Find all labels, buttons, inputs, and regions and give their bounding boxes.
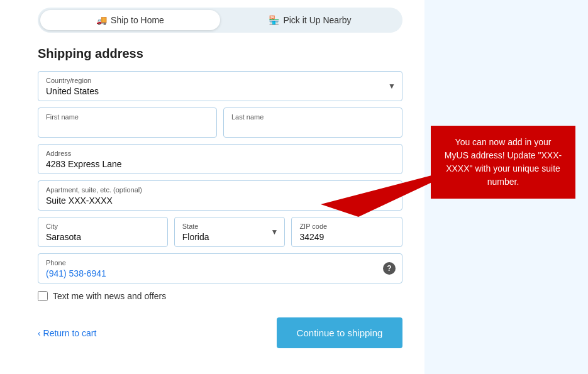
- newsletter-checkbox[interactable]: [38, 291, 48, 301]
- last-name-input[interactable]: [231, 123, 394, 133]
- first-name-label: First name: [46, 113, 209, 121]
- zip-label: ZIP code: [299, 223, 394, 230]
- tab-ship-home[interactable]: 🚚 Ship to Home: [40, 10, 220, 30]
- apt-suite-field: Apartment, suite, etc. (optional): [38, 180, 402, 211]
- address-input[interactable]: [46, 159, 394, 169]
- city-input[interactable]: [46, 232, 160, 242]
- apt-suite-input[interactable]: [46, 195, 394, 206]
- country-label: Country/region: [46, 77, 394, 84]
- truck-icon: 🚚: [96, 15, 107, 25]
- state-field: State Florida California New York Texas …: [174, 217, 286, 247]
- phone-field: Phone ?: [38, 253, 402, 283]
- zip-input[interactable]: [299, 232, 394, 242]
- city-field: City: [38, 217, 168, 247]
- tab-pick-up-label: Pick it Up Nearby: [283, 15, 351, 25]
- last-name-label: Last name: [231, 113, 394, 121]
- newsletter-label[interactable]: Text me with news and offers: [53, 291, 166, 301]
- country-select[interactable]: United States Canada United Kingdom: [46, 86, 394, 96]
- delivery-tabs: 🚚 Ship to Home 🏪 Pick it Up Nearby: [38, 8, 402, 33]
- tooltip-text: You can now add in your MyUS address! Up…: [445, 137, 562, 187]
- address-label: Address: [46, 150, 394, 157]
- state-label: State: [182, 223, 277, 230]
- tab-ship-home-label: Ship to Home: [111, 15, 164, 25]
- address-field: Address: [38, 144, 402, 174]
- continue-to-shipping-button[interactable]: Continue to shipping: [277, 317, 402, 348]
- country-field: Country/region United States Canada Unit…: [38, 71, 402, 101]
- store-icon: 🏪: [269, 15, 279, 25]
- state-select[interactable]: Florida California New York Texas: [182, 232, 277, 242]
- tooltip-popup: You can now add in your MyUS address! Up…: [431, 126, 575, 199]
- actions-row: ‹ Return to cart Continue to shipping: [38, 314, 402, 348]
- apt-suite-label: Apartment, suite, etc. (optional): [46, 186, 394, 194]
- phone-label: Phone: [46, 259, 377, 267]
- tab-pick-up-nearby[interactable]: 🏪 Pick it Up Nearby: [220, 10, 400, 30]
- first-name-input[interactable]: [46, 123, 209, 133]
- return-to-cart-link[interactable]: ‹ Return to cart: [38, 328, 96, 338]
- name-row: First name Last name: [38, 107, 402, 138]
- phone-input[interactable]: [46, 268, 377, 278]
- city-label: City: [46, 223, 160, 230]
- phone-help-icon[interactable]: ?: [383, 262, 396, 275]
- section-title: Shipping address: [38, 47, 402, 61]
- zip-field: ZIP code: [291, 217, 402, 247]
- first-name-field: First name: [38, 107, 217, 138]
- city-state-zip-row: City State Florida California New York T…: [38, 217, 402, 247]
- last-name-field: Last name: [223, 107, 402, 138]
- newsletter-row: Text me with news and offers: [38, 291, 402, 301]
